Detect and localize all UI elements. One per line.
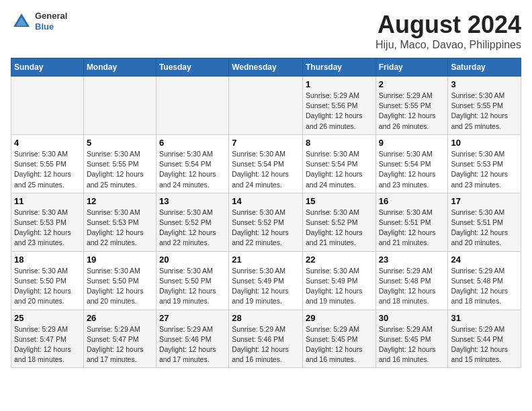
calendar-cell: 21Sunrise: 5:30 AM Sunset: 5:49 PM Dayli…	[229, 251, 303, 310]
logo-text: General Blue	[35, 11, 67, 32]
day-info: Sunrise: 5:29 AM Sunset: 5:45 PM Dayligh…	[306, 324, 373, 365]
day-number: 4	[14, 138, 81, 148]
page-subtitle: Hiju, Maco, Davao, Philippines	[375, 39, 521, 51]
calendar-cell: 3Sunrise: 5:30 AM Sunset: 5:55 PM Daylig…	[448, 77, 521, 135]
weekday-header: Thursday	[302, 58, 375, 77]
calendar-cell: 20Sunrise: 5:30 AM Sunset: 5:50 PM Dayli…	[156, 251, 228, 310]
calendar-cell: 12Sunrise: 5:30 AM Sunset: 5:53 PM Dayli…	[83, 193, 156, 251]
calendar-row: 1Sunrise: 5:29 AM Sunset: 5:56 PM Daylig…	[11, 77, 521, 135]
day-number: 22	[306, 255, 373, 265]
calendar-cell	[83, 77, 156, 135]
weekday-header: Sunday	[11, 58, 84, 77]
calendar-cell: 29Sunrise: 5:29 AM Sunset: 5:45 PM Dayli…	[302, 310, 375, 368]
day-info: Sunrise: 5:30 AM Sunset: 5:50 PM Dayligh…	[14, 266, 81, 307]
day-number: 31	[451, 313, 518, 323]
calendar-cell: 28Sunrise: 5:29 AM Sunset: 5:46 PM Dayli…	[229, 310, 303, 368]
day-number: 14	[232, 196, 300, 206]
calendar-cell: 18Sunrise: 5:30 AM Sunset: 5:50 PM Dayli…	[11, 251, 84, 310]
day-number: 29	[306, 313, 373, 323]
day-number: 1	[306, 79, 373, 89]
calendar-table: SundayMondayTuesdayWednesdayThursdayFrid…	[11, 58, 521, 368]
calendar-row: 18Sunrise: 5:30 AM Sunset: 5:50 PM Dayli…	[11, 251, 521, 310]
logo-icon	[11, 11, 32, 32]
day-number: 18	[14, 255, 81, 265]
page-header: General Blue August 2024 Hiju, Maco, Dav…	[11, 11, 521, 51]
day-info: Sunrise: 5:30 AM Sunset: 5:55 PM Dayligh…	[451, 91, 518, 132]
day-info: Sunrise: 5:30 AM Sunset: 5:54 PM Dayligh…	[306, 149, 373, 190]
weekday-header: Saturday	[448, 58, 521, 77]
day-info: Sunrise: 5:30 AM Sunset: 5:54 PM Dayligh…	[379, 149, 445, 190]
day-number: 11	[14, 196, 81, 206]
calendar-cell: 30Sunrise: 5:29 AM Sunset: 5:45 PM Dayli…	[375, 310, 448, 368]
calendar-cell: 25Sunrise: 5:29 AM Sunset: 5:47 PM Dayli…	[11, 310, 84, 368]
day-info: Sunrise: 5:30 AM Sunset: 5:52 PM Dayligh…	[232, 208, 300, 248]
day-info: Sunrise: 5:29 AM Sunset: 5:46 PM Dayligh…	[232, 324, 300, 365]
day-info: Sunrise: 5:30 AM Sunset: 5:49 PM Dayligh…	[306, 266, 373, 307]
day-number: 13	[159, 196, 226, 206]
day-number: 23	[379, 255, 445, 265]
day-info: Sunrise: 5:30 AM Sunset: 5:49 PM Dayligh…	[232, 266, 300, 307]
calendar-cell: 8Sunrise: 5:30 AM Sunset: 5:54 PM Daylig…	[302, 134, 375, 193]
page-title: August 2024	[375, 11, 521, 39]
day-info: Sunrise: 5:29 AM Sunset: 5:48 PM Dayligh…	[379, 266, 445, 307]
calendar-cell: 5Sunrise: 5:30 AM Sunset: 5:55 PM Daylig…	[83, 134, 156, 193]
calendar-row: 4Sunrise: 5:30 AM Sunset: 5:55 PM Daylig…	[11, 134, 521, 193]
day-info: Sunrise: 5:29 AM Sunset: 5:47 PM Dayligh…	[14, 324, 81, 365]
day-number: 27	[159, 313, 226, 323]
day-number: 17	[451, 196, 518, 206]
day-number: 15	[306, 196, 373, 206]
calendar-cell: 2Sunrise: 5:29 AM Sunset: 5:55 PM Daylig…	[375, 77, 448, 135]
calendar-row: 25Sunrise: 5:29 AM Sunset: 5:47 PM Dayli…	[11, 310, 521, 368]
day-info: Sunrise: 5:30 AM Sunset: 5:55 PM Dayligh…	[14, 149, 81, 190]
day-info: Sunrise: 5:30 AM Sunset: 5:53 PM Dayligh…	[14, 208, 81, 248]
day-info: Sunrise: 5:29 AM Sunset: 5:55 PM Dayligh…	[379, 91, 445, 132]
day-number: 24	[451, 255, 518, 265]
calendar-cell: 27Sunrise: 5:29 AM Sunset: 5:46 PM Dayli…	[156, 310, 228, 368]
weekday-header: Tuesday	[156, 58, 228, 77]
calendar-cell: 10Sunrise: 5:30 AM Sunset: 5:53 PM Dayli…	[448, 134, 521, 193]
calendar-cell	[11, 77, 84, 135]
logo: General Blue	[11, 11, 67, 32]
day-info: Sunrise: 5:30 AM Sunset: 5:55 PM Dayligh…	[87, 149, 153, 190]
calendar-cell: 17Sunrise: 5:30 AM Sunset: 5:51 PM Dayli…	[448, 193, 521, 251]
calendar-cell: 31Sunrise: 5:29 AM Sunset: 5:44 PM Dayli…	[448, 310, 521, 368]
day-info: Sunrise: 5:30 AM Sunset: 5:50 PM Dayligh…	[87, 266, 153, 307]
calendar-cell: 1Sunrise: 5:29 AM Sunset: 5:56 PM Daylig…	[302, 77, 375, 135]
day-info: Sunrise: 5:29 AM Sunset: 5:47 PM Dayligh…	[87, 324, 153, 365]
weekday-header: Wednesday	[229, 58, 303, 77]
weekday-header: Monday	[83, 58, 156, 77]
calendar-header-row: SundayMondayTuesdayWednesdayThursdayFrid…	[11, 58, 521, 77]
day-number: 21	[232, 255, 300, 265]
day-number: 10	[451, 138, 518, 148]
day-info: Sunrise: 5:30 AM Sunset: 5:50 PM Dayligh…	[159, 266, 226, 307]
calendar-cell: 9Sunrise: 5:30 AM Sunset: 5:54 PM Daylig…	[375, 134, 448, 193]
day-number: 6	[159, 138, 226, 148]
calendar-cell	[156, 77, 228, 135]
weekday-header: Friday	[375, 58, 448, 77]
day-info: Sunrise: 5:29 AM Sunset: 5:46 PM Dayligh…	[159, 324, 226, 365]
day-info: Sunrise: 5:30 AM Sunset: 5:52 PM Dayligh…	[306, 208, 373, 248]
calendar-cell: 24Sunrise: 5:29 AM Sunset: 5:48 PM Dayli…	[448, 251, 521, 310]
calendar-cell: 6Sunrise: 5:30 AM Sunset: 5:54 PM Daylig…	[156, 134, 228, 193]
calendar-cell: 26Sunrise: 5:29 AM Sunset: 5:47 PM Dayli…	[83, 310, 156, 368]
calendar-cell: 14Sunrise: 5:30 AM Sunset: 5:52 PM Dayli…	[229, 193, 303, 251]
day-number: 7	[232, 138, 300, 148]
day-number: 30	[379, 313, 445, 323]
calendar-cell: 7Sunrise: 5:30 AM Sunset: 5:54 PM Daylig…	[229, 134, 303, 193]
day-number: 20	[159, 255, 226, 265]
day-number: 8	[306, 138, 373, 148]
day-info: Sunrise: 5:29 AM Sunset: 5:44 PM Dayligh…	[451, 324, 518, 365]
day-info: Sunrise: 5:30 AM Sunset: 5:51 PM Dayligh…	[379, 208, 445, 248]
calendar-cell: 16Sunrise: 5:30 AM Sunset: 5:51 PM Dayli…	[375, 193, 448, 251]
day-number: 16	[379, 196, 445, 206]
day-info: Sunrise: 5:29 AM Sunset: 5:56 PM Dayligh…	[306, 91, 373, 132]
day-number: 28	[232, 313, 300, 323]
calendar-row: 11Sunrise: 5:30 AM Sunset: 5:53 PM Dayli…	[11, 193, 521, 251]
calendar-cell	[229, 77, 303, 135]
day-info: Sunrise: 5:30 AM Sunset: 5:51 PM Dayligh…	[451, 208, 518, 248]
day-number: 3	[451, 79, 518, 89]
day-info: Sunrise: 5:29 AM Sunset: 5:48 PM Dayligh…	[451, 266, 518, 307]
day-number: 19	[87, 255, 153, 265]
day-number: 2	[379, 79, 445, 89]
day-info: Sunrise: 5:30 AM Sunset: 5:54 PM Dayligh…	[232, 149, 300, 190]
